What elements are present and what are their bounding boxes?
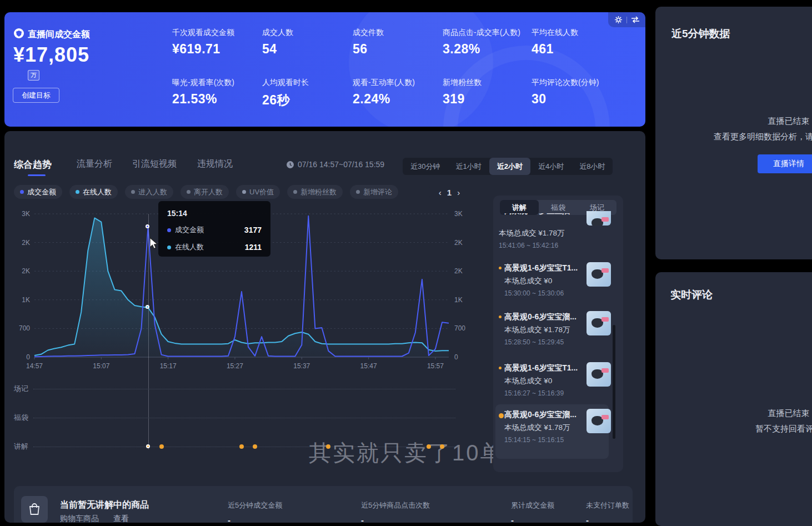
stat-近5分钟商品点击次数: 近5分钟商品点击次数- bbox=[361, 500, 430, 523]
svg-text:15:27: 15:27 bbox=[227, 362, 243, 370]
page-number: 1 bbox=[447, 188, 452, 197]
swap-icon[interactable] bbox=[631, 16, 640, 23]
range-近8小时[interactable]: 近8小时 bbox=[572, 158, 613, 175]
legend-新增评论[interactable]: 新增评论 bbox=[350, 185, 398, 199]
svg-text:15:37: 15:37 bbox=[293, 362, 310, 370]
trend-panel: 综合趋势流量分析引流短视频违规情况 07/16 14:57~07/16 15:5… bbox=[4, 131, 645, 523]
legend-pagination: ‹ 1 › bbox=[429, 185, 469, 199]
explain-event-dot[interactable] bbox=[239, 444, 244, 449]
stat-label: 累计成交金额 bbox=[511, 500, 554, 510]
metric-label: 平均评论次数(分钟) bbox=[532, 78, 620, 88]
explain-event-dot[interactable] bbox=[159, 444, 164, 449]
stat-近5分钟成交金额: 近5分钟成交金额- bbox=[228, 500, 282, 523]
stat-label: 近5分钟商品点击次数 bbox=[361, 500, 430, 510]
range-近4小时[interactable]: 近4小时 bbox=[530, 158, 572, 175]
mouse-cursor bbox=[150, 238, 160, 249]
next-page-arrow[interactable]: › bbox=[457, 188, 460, 197]
panel-title: 实时评论 bbox=[670, 288, 713, 302]
time-range-selector: 近30分钟近1小时近2小时近4小时近8小时 bbox=[403, 158, 613, 175]
metric-value: 2.24% bbox=[353, 92, 442, 107]
metric-label: 平均在线人数 bbox=[532, 28, 620, 38]
realtime-comments-panel: 实时评论 直播已结束 暂不支持回看评论 bbox=[655, 272, 812, 526]
clock-icon bbox=[286, 161, 294, 169]
comments-ended-status: 直播已结束 暂不支持回看评论 bbox=[655, 405, 812, 437]
explain-event-dot[interactable] bbox=[326, 444, 330, 449]
svg-text:700: 700 bbox=[454, 324, 465, 332]
item-gmv: 本场总成交 ¥0 bbox=[504, 276, 552, 286]
product-thumbnail bbox=[587, 262, 611, 287]
event-row-场记: 场记 bbox=[4, 389, 477, 400]
svg-text:15:07: 15:07 bbox=[93, 362, 109, 370]
tooltip-time: 15:14 bbox=[167, 209, 262, 218]
svg-text:3K: 3K bbox=[22, 210, 30, 218]
product-thumbnail bbox=[587, 409, 611, 433]
metric-value: 3.28% bbox=[443, 42, 532, 57]
legend-进入人数[interactable]: 进入人数 bbox=[125, 185, 173, 199]
legend-dot bbox=[242, 190, 246, 194]
stat-value: - bbox=[511, 515, 554, 523]
current-explain-bar: 当前暂无讲解中的商品 购物车商品查看 近5分钟成交金额-近5分钟商品点击次数-累… bbox=[14, 486, 633, 523]
explain-event-dot[interactable] bbox=[440, 444, 444, 449]
active-tab-underline bbox=[28, 174, 46, 176]
explain-event-dot[interactable] bbox=[253, 444, 257, 449]
legend-在线人数[interactable]: 在线人数 bbox=[69, 185, 118, 199]
chart-crosshair bbox=[148, 214, 149, 449]
live-detail-button[interactable]: 直播详情 bbox=[758, 154, 812, 173]
item-time-range: 15:28:50 ~ 15:29:45 bbox=[504, 338, 564, 346]
create-goal-button[interactable]: 创建目标 bbox=[13, 88, 59, 103]
legend-dot bbox=[76, 190, 79, 194]
tab-综合趋势[interactable]: 综合趋势 bbox=[14, 158, 52, 171]
prev-page-arrow[interactable]: ‹ bbox=[439, 188, 442, 197]
metric-value: 21.53% bbox=[172, 92, 261, 107]
metric-value: 461 bbox=[532, 42, 620, 57]
chart-point-marker bbox=[146, 224, 149, 228]
svg-text:0: 0 bbox=[454, 353, 458, 361]
panel-title: 近5分钟数据 bbox=[671, 27, 730, 41]
legend-离开人数[interactable]: 离开人数 bbox=[181, 185, 229, 199]
tooltip-series-dot bbox=[167, 246, 171, 249]
gear-icon[interactable] bbox=[614, 16, 623, 24]
item-status-dot bbox=[499, 267, 502, 269]
metric-label: 千次观看成交金额 bbox=[172, 28, 261, 38]
metric-label: 成交件数 bbox=[353, 28, 442, 38]
stat-label: 未支付订单数 bbox=[586, 500, 629, 510]
item-gmv: 本场总成交 ¥1.78万 bbox=[499, 228, 565, 238]
list-scrollbar[interactable] bbox=[613, 325, 615, 439]
primary-metric-label: 直播间成交金额 bbox=[28, 29, 90, 41]
svg-text:15:17: 15:17 bbox=[160, 362, 177, 370]
explain-event-dot[interactable] bbox=[146, 444, 150, 448]
metric-label: 成交人数 bbox=[262, 28, 351, 38]
metric-观看-互动率(人数): 观看-互动率(人数)2.24% bbox=[353, 78, 442, 107]
legend-新增粉丝数[interactable]: 新增粉丝数 bbox=[287, 185, 343, 199]
legend-UV价值[interactable]: UV价值 bbox=[236, 185, 280, 199]
metric-label: 商品点击-成交率(人数) bbox=[443, 28, 532, 38]
explain-event-dot[interactable] bbox=[427, 444, 431, 449]
svg-text:2K: 2K bbox=[454, 239, 463, 247]
stat-value: - bbox=[586, 515, 629, 523]
range-近2小时[interactable]: 近2小时 bbox=[489, 158, 530, 175]
product-thumbnail bbox=[587, 362, 611, 387]
stat-value: - bbox=[228, 515, 282, 523]
metric-label: 人均观看时长 bbox=[262, 78, 351, 88]
legend-dot bbox=[20, 190, 24, 194]
metric-人均观看时长: 人均观看时长26秒 bbox=[262, 78, 351, 109]
metric-value: 56 bbox=[353, 42, 442, 57]
svg-text:14:57: 14:57 bbox=[26, 362, 43, 370]
item-status-dot bbox=[499, 413, 504, 418]
tab-违规情况[interactable]: 违规情况 bbox=[197, 158, 233, 170]
view-cart-link[interactable]: 查看 bbox=[113, 514, 129, 523]
tab-流量分析[interactable]: 流量分析 bbox=[77, 158, 112, 170]
metric-成交件数: 成交件数56 bbox=[353, 28, 442, 57]
range-近1小时[interactable]: 近1小时 bbox=[448, 158, 489, 175]
banner-toolbar bbox=[608, 12, 645, 27]
explain-tab-福袋[interactable]: 福袋 bbox=[539, 200, 578, 215]
legend-成交金额[interactable]: 成交金额 bbox=[14, 185, 62, 199]
svg-text:3K: 3K bbox=[454, 210, 463, 218]
svg-text:15:47: 15:47 bbox=[360, 362, 377, 370]
explain-tab-讲解[interactable]: 讲解 bbox=[500, 200, 539, 215]
cart-products-label: 购物车商品查看 bbox=[60, 514, 129, 523]
tab-引流短视频[interactable]: 引流短视频 bbox=[132, 158, 177, 170]
metric-value: 54 bbox=[262, 42, 351, 57]
range-近30分钟[interactable]: 近30分钟 bbox=[403, 158, 448, 175]
metric-value: ¥619.71 bbox=[172, 42, 261, 57]
